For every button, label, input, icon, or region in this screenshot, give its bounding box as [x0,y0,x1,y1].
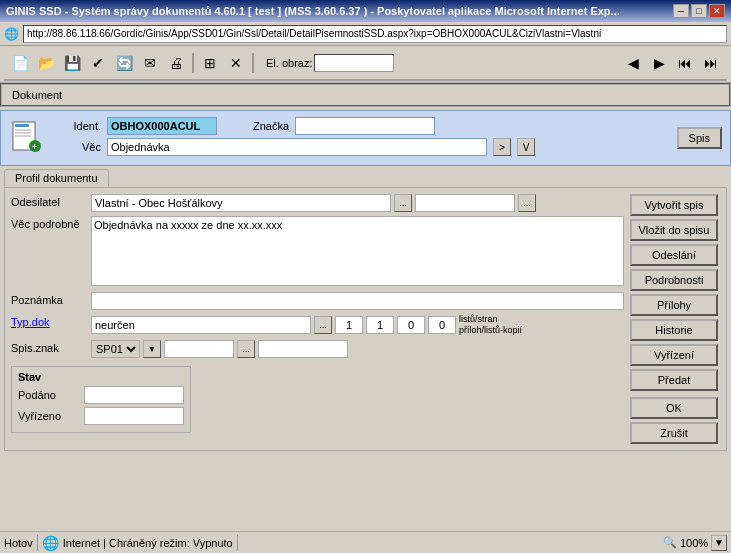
maximize-button[interactable]: □ [691,4,707,18]
prilohy-button[interactable]: Přílohy [630,294,718,316]
spis-znak-browse-btn[interactable]: ... [237,340,255,358]
spis-znak-input2[interactable] [258,340,348,358]
address-bar: 🌐 [0,22,731,46]
check-btn[interactable]: ✔ [86,51,110,75]
vyrizeni-button[interactable]: Vyřízení [630,344,718,366]
ok-button[interactable]: OK [630,397,718,419]
typ-dok-label[interactable]: Typ.dok [11,314,91,328]
vec-podrobne-row: Věc podrobně Objednávka na xxxxx ze dne … [11,216,624,288]
doc-tab-label: Dokument [8,88,66,102]
toolbar-separator [192,53,194,73]
odeslani-button[interactable]: Odeslání [630,244,718,266]
svg-text:+: + [32,142,37,152]
poznamka-input[interactable] [91,292,624,310]
listy-label: listů/stranpříloh/listů-kopií [459,314,522,336]
odesilatel-extra-input[interactable] [415,194,515,212]
podano-row: Podáno [18,386,184,404]
stav-section: Stav Podáno Vyřízeno [11,366,191,433]
vec-input[interactable] [107,138,487,156]
podano-input[interactable] [84,386,184,404]
ident-input[interactable] [107,117,217,135]
vec-v-button[interactable]: V [517,138,535,156]
vlozit-do-spisu-button[interactable]: Vložit do spisu [630,219,718,241]
title-bar-buttons: ─ □ ✕ [673,4,725,18]
vyrizeno-label: Vyřízeno [18,410,78,422]
spis-button[interactable]: Spis [677,127,722,149]
spis-znak-control: SP01 ▼ ... [91,340,624,358]
odesilatel-browse-btn[interactable]: ... [394,194,412,212]
vec-gt-button[interactable]: > [493,138,511,156]
vec-podrobne-textarea[interactable]: Objednávka na xxxxx ze dne xx.xx.xxx [91,216,624,286]
svg-rect-1 [15,124,29,127]
status-bar: Hotov 🌐 Internet | Chráněný režim: Vypnu… [0,531,731,553]
el-obraz-input[interactable] [314,54,394,72]
profile-tabs: Profil dokumentu [4,169,727,187]
status-separator-2 [237,535,238,551]
spis-znak-down-btn[interactable]: ▼ [143,340,161,358]
refresh-btn[interactable]: 🔄 [112,51,136,75]
close-button[interactable]: ✕ [709,4,725,18]
toolbar-separator-2 [252,53,254,73]
nav-next2-btn[interactable]: ⏭ [699,51,723,75]
print-btn[interactable]: 🖨 [164,51,188,75]
spis-znak-select[interactable]: SP01 [91,340,140,358]
spis-znak-row: Spis.znak SP01 ▼ ... [11,340,624,358]
document-icon: + [11,120,43,156]
znacka-label: Značka [249,120,289,132]
typ-dok-input[interactable] [91,316,311,334]
znacka-input[interactable] [295,117,435,135]
mail-btn[interactable]: ✉ [138,51,162,75]
odesilatel-label: Odesilatel [11,194,91,208]
num2-input[interactable] [366,316,394,334]
address-input[interactable] [23,25,727,43]
num4-input[interactable] [428,316,456,334]
minimize-button[interactable]: ─ [673,4,689,18]
num3-input[interactable] [397,316,425,334]
vytvorit-spis-button[interactable]: Vytvořit spis [630,194,718,216]
vec-podrobne-control: Objednávka na xxxxx ze dne xx.xx.xxx [91,216,624,288]
nav-prev-btn[interactable]: ◀ [621,51,645,75]
profile-content: Odesilatel ... ... Věc podrobně Objednáv… [4,187,727,451]
predat-button[interactable]: Předat [630,369,718,391]
odesilatel-row: Odesilatel ... ... [11,194,624,212]
stav-title: Stav [18,371,184,383]
status-left: Hotov [4,537,33,549]
vyrizeno-input[interactable] [84,407,184,425]
vec-podrobne-label: Věc podrobně [11,216,91,230]
nav-next-btn[interactable]: ▶ [647,51,671,75]
vec-label: Věc [61,141,101,153]
title-bar-text: GINIS SSD - Systém správy dokumentů 4.60… [6,5,620,17]
delete-btn[interactable]: ✕ [224,51,248,75]
status-separator-1 [37,535,38,551]
podano-label: Podáno [18,389,78,401]
num1-input[interactable] [335,316,363,334]
tab-profil-dokumentu[interactable]: Profil dokumentu [4,169,109,187]
zoom-icon: 🔍 [663,536,677,549]
poznamka-control [91,292,624,310]
zoom-level: 100% [680,537,708,549]
el-obraz-label: El. obraz: [266,57,312,69]
select-all-btn[interactable]: ⊞ [198,51,222,75]
typ-dok-row: Typ.dok ... listů/stranpříloh/listů-kopi… [11,314,624,336]
poznamka-label: Poznámka [11,292,91,306]
nav-prev2-btn[interactable]: ⏮ [673,51,697,75]
doc-icon-area: + [9,120,45,156]
poznamka-row: Poznámka [11,292,624,310]
new-btn[interactable]: 📄 [8,51,32,75]
open-btn[interactable]: 📂 [34,51,58,75]
zrusit-button[interactable]: Zrušit [630,422,718,444]
typ-dok-browse-btn[interactable]: ... [314,316,332,334]
save-btn[interactable]: 💾 [60,51,84,75]
podrobnosti-button[interactable]: Podrobnosti [630,269,718,291]
odesilatel-input[interactable] [91,194,391,212]
profile-right: Vytvořit spis Vložit do spisu Odeslání P… [630,194,720,444]
title-bar: GINIS SSD - Systém správy dokumentů 4.60… [0,0,731,22]
spis-znak-label: Spis.znak [11,340,91,354]
spis-znak-input1[interactable] [164,340,234,358]
odesilatel-browse2-btn[interactable]: ... [518,194,536,212]
zoom-btn[interactable]: ▼ [711,535,727,551]
status-center: Internet | Chráněný režim: Vypnuto [63,537,233,549]
fields-area: Ident. Značka Věc > V [61,117,667,159]
historie-button[interactable]: Historie [630,319,718,341]
profile-section: Profil dokumentu Odesilatel ... ... Věc … [0,169,731,451]
